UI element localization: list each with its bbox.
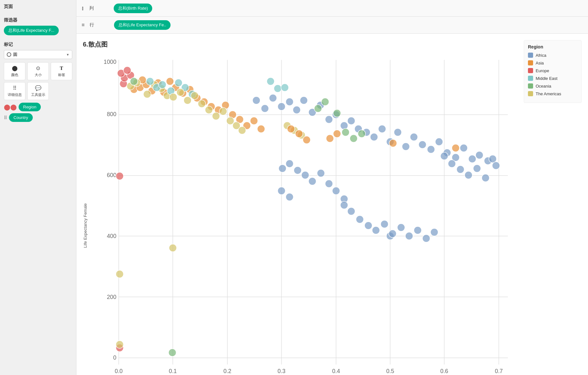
svg-point-108: [170, 93, 177, 101]
svg-point-97: [159, 81, 166, 89]
mark-size-button[interactable]: ⊙ 大小: [27, 62, 49, 80]
svg-point-151: [397, 224, 405, 231]
mark-color-label: 颜色: [11, 72, 18, 77]
svg-point-106: [333, 109, 341, 117]
legend-title: Region: [528, 44, 577, 49]
mark-label-label: 标签: [58, 72, 65, 77]
svg-point-104: [314, 105, 322, 112]
mark-detail-button[interactable]: ⠿ 详细信息: [4, 82, 25, 100]
svg-point-47: [261, 105, 269, 112]
filter-section: 筛选器 总和(Life Expectancy F...: [4, 17, 72, 37]
svg-point-107: [169, 349, 176, 356]
svg-point-123: [116, 172, 124, 180]
legend: Region AfricaAsiaEuropeMiddle EastOceani…: [524, 40, 582, 103]
svg-point-69: [435, 138, 443, 146]
svg-point-92: [257, 125, 265, 133]
svg-point-74: [476, 151, 483, 159]
svg-point-113: [205, 106, 213, 114]
svg-point-157: [350, 135, 357, 142]
svg-point-112: [198, 100, 206, 107]
mark-color-button[interactable]: ⬤ 颜色: [4, 62, 25, 80]
toolbar: ⫿ 列 总和(Birth Rate) ≡ 行 总和(Life Expectanc…: [76, 0, 588, 34]
svg-point-48: [269, 94, 277, 102]
svg-point-99: [175, 79, 182, 87]
svg-point-44: [267, 78, 275, 85]
tooltip-icon: 💬: [35, 85, 41, 91]
col-pill[interactable]: 总和(Birth Rate): [114, 4, 152, 13]
svg-point-144: [340, 201, 348, 209]
svg-text:0.4: 0.4: [332, 368, 340, 374]
svg-text:400: 400: [107, 233, 117, 239]
chart-title: 6.散点图: [83, 40, 517, 49]
svg-point-138: [457, 166, 464, 173]
col-label: 列: [89, 5, 109, 11]
svg-point-118: [238, 127, 246, 134]
svg-point-50: [286, 98, 294, 106]
svg-point-67: [419, 141, 426, 149]
svg-text:0.7: 0.7: [495, 368, 503, 374]
country-field-pill[interactable]: Country: [9, 113, 33, 122]
svg-point-122: [169, 244, 177, 252]
svg-text:0.3: 0.3: [277, 368, 285, 374]
svg-point-110: [184, 97, 191, 104]
svg-point-109: [177, 89, 184, 96]
color-dots-icon: ⬤: [12, 65, 18, 71]
svg-point-143: [492, 162, 500, 169]
mark-size-label: 大小: [35, 72, 42, 77]
mark-tooltip-label: 工具提示: [31, 92, 45, 97]
legend-item-label: Middle East: [536, 76, 557, 81]
svg-point-73: [469, 155, 476, 163]
legend-item: Europe: [528, 68, 577, 73]
row-pill[interactable]: 总和(Life Expectancy Fe..: [114, 20, 171, 30]
svg-point-162: [116, 270, 124, 278]
color-field-icon: ⬤⬤: [4, 104, 17, 111]
svg-point-156: [342, 128, 349, 136]
svg-point-42: [146, 78, 154, 85]
country-field-row: ⠿ Country: [4, 113, 72, 122]
chart-svg-wrapper: 0 200 400 600 800 1000 0.0 0.1 0.2 0.3 0…: [90, 55, 517, 375]
detail-field-icon: ⠿: [4, 115, 7, 120]
svg-text:0.6: 0.6: [440, 368, 448, 374]
chart-plot-area: 0 200 400 600 800 1000 0.0 0.1 0.2 0.3 0…: [90, 55, 517, 375]
svg-point-102: [281, 84, 289, 91]
svg-point-58: [347, 117, 355, 125]
svg-point-147: [364, 222, 372, 229]
svg-point-55: [325, 115, 333, 123]
legend-item-label: Europe: [536, 68, 549, 73]
svg-point-95: [389, 140, 397, 147]
svg-point-52: [300, 97, 308, 104]
legend-color-swatch: [528, 53, 533, 58]
svg-point-64: [394, 128, 402, 136]
mark-tooltip-button[interactable]: 💬 工具提示: [27, 82, 49, 100]
chart-area: 6.散点图 Life Expectancy Female: [76, 34, 588, 375]
mark-options-grid: ⬤ 颜色 ⊙ 大小 𝐓 标签 ⠿ 详细信息 💬 工具提示: [4, 62, 72, 100]
region-field-pill[interactable]: Region: [19, 103, 41, 111]
svg-point-133: [332, 187, 340, 195]
svg-point-128: [294, 166, 302, 174]
svg-point-103: [130, 78, 138, 85]
row-icon: ≡: [82, 22, 84, 28]
svg-point-49: [278, 103, 285, 110]
svg-point-62: [378, 125, 386, 133]
mark-label-button[interactable]: 𝐓 标签: [51, 62, 72, 80]
chart-inner: Life Expectancy Female: [83, 55, 517, 375]
svg-point-163: [278, 187, 285, 195]
svg-point-116: [226, 117, 234, 125]
page-section: 页面: [4, 4, 72, 12]
svg-point-160: [295, 130, 303, 138]
filter-pill[interactable]: 总和(Life Expectancy F...: [4, 26, 59, 35]
legend-item: The Americas: [528, 91, 577, 96]
marks-label: 标记: [4, 42, 72, 47]
svg-point-72: [460, 144, 468, 152]
mark-type-dropdown[interactable]: 圆 ▼: [4, 50, 72, 59]
legend-item: Middle East: [528, 76, 577, 81]
svg-point-126: [279, 165, 286, 172]
chart-container: 6.散点图 Life Expectancy Female: [83, 40, 517, 369]
svg-point-161: [303, 136, 311, 144]
svg-text:0: 0: [113, 354, 116, 361]
detail-icon: ⠿: [13, 85, 17, 91]
svg-point-140: [473, 165, 481, 172]
y-axis-label: Life Expectancy Female: [83, 55, 88, 375]
svg-point-149: [381, 220, 388, 228]
legend-color-swatch: [528, 60, 533, 65]
